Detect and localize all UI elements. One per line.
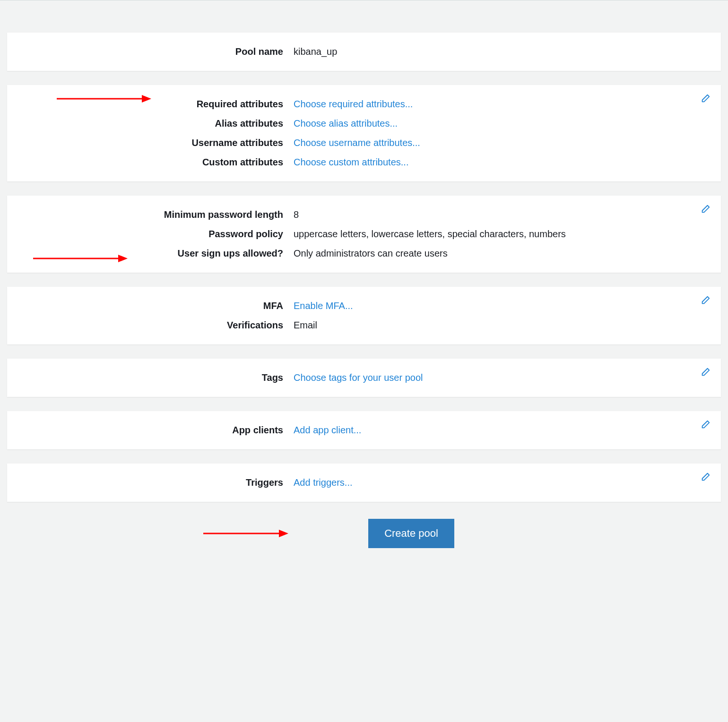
pool-name-label: Pool name: [19, 46, 294, 57]
triggers-label: Triggers: [19, 477, 294, 488]
verifications-label: Verifications: [19, 320, 294, 331]
alias-attributes-label: Alias attributes: [19, 118, 294, 129]
pool-name-row: Pool name kibana_up: [19, 42, 709, 61]
tags-value[interactable]: Choose tags for your user pool: [294, 372, 709, 383]
tags-label: Tags: [19, 372, 294, 383]
pencil-icon[interactable]: [700, 204, 711, 215]
username-attributes-row: Username attributes Choose username attr…: [19, 133, 709, 153]
min-password-length-label: Minimum password length: [19, 209, 294, 220]
pencil-icon[interactable]: [700, 295, 711, 306]
app-clients-label: App clients: [19, 425, 294, 436]
password-policy-value: uppercase letters, lowercase letters, sp…: [294, 229, 709, 240]
min-password-length-value: 8: [294, 209, 709, 220]
attributes-panel: Required attributes Choose required attr…: [7, 85, 721, 181]
mfa-verifications-panel: MFA Enable MFA... Verifications Email: [7, 287, 721, 344]
pool-name-value: kibana_up: [294, 46, 709, 57]
mfa-label: MFA: [19, 301, 294, 311]
create-pool-button[interactable]: Create pool: [368, 519, 454, 548]
custom-attributes-label: Custom attributes: [19, 157, 294, 168]
password-policy-label: Password policy: [19, 229, 294, 240]
annotation-arrow-icon: [203, 526, 288, 541]
svg-marker-5: [279, 530, 288, 537]
app-clients-row: App clients Add app client...: [19, 421, 709, 440]
pencil-icon[interactable]: [700, 94, 711, 104]
user-signups-row: User sign ups allowed? Only administrato…: [19, 244, 709, 263]
password-policy-panel: Minimum password length 8 Password polic…: [7, 196, 721, 273]
username-attributes-value[interactable]: Choose username attributes...: [294, 138, 709, 148]
required-attributes-label: Required attributes: [19, 99, 294, 110]
mfa-value[interactable]: Enable MFA...: [294, 301, 709, 311]
alias-attributes-row: Alias attributes Choose alias attributes…: [19, 114, 709, 133]
app-clients-panel: App clients Add app client...: [7, 411, 721, 449]
pencil-icon[interactable]: [700, 420, 711, 430]
mfa-row: MFA Enable MFA...: [19, 296, 709, 316]
app-clients-value[interactable]: Add app client...: [294, 425, 709, 436]
custom-attributes-value[interactable]: Choose custom attributes...: [294, 157, 709, 168]
triggers-row: Triggers Add triggers...: [19, 473, 709, 492]
verifications-value: Email: [294, 320, 709, 331]
password-policy-row: Password policy uppercase letters, lower…: [19, 224, 709, 244]
required-attributes-value[interactable]: Choose required attributes...: [294, 99, 709, 110]
triggers-value[interactable]: Add triggers...: [294, 477, 709, 488]
required-attributes-row: Required attributes Choose required attr…: [19, 95, 709, 114]
min-password-length-row: Minimum password length 8: [19, 205, 709, 224]
alias-attributes-value[interactable]: Choose alias attributes...: [294, 118, 709, 129]
pool-name-panel: Pool name kibana_up: [7, 33, 721, 71]
pencil-icon[interactable]: [700, 367, 711, 378]
pencil-icon[interactable]: [700, 472, 711, 482]
username-attributes-label: Username attributes: [19, 138, 294, 148]
user-signups-value: Only administrators can create users: [294, 248, 709, 259]
verifications-row: Verifications Email: [19, 316, 709, 335]
custom-attributes-row: Custom attributes Choose custom attribut…: [19, 153, 709, 172]
user-signups-label: User sign ups allowed?: [19, 248, 294, 259]
tags-row: Tags Choose tags for your user pool: [19, 368, 709, 387]
tags-panel: Tags Choose tags for your user pool: [7, 359, 721, 397]
triggers-panel: Triggers Add triggers...: [7, 464, 721, 502]
create-pool-bar: Create pool: [7, 519, 721, 548]
